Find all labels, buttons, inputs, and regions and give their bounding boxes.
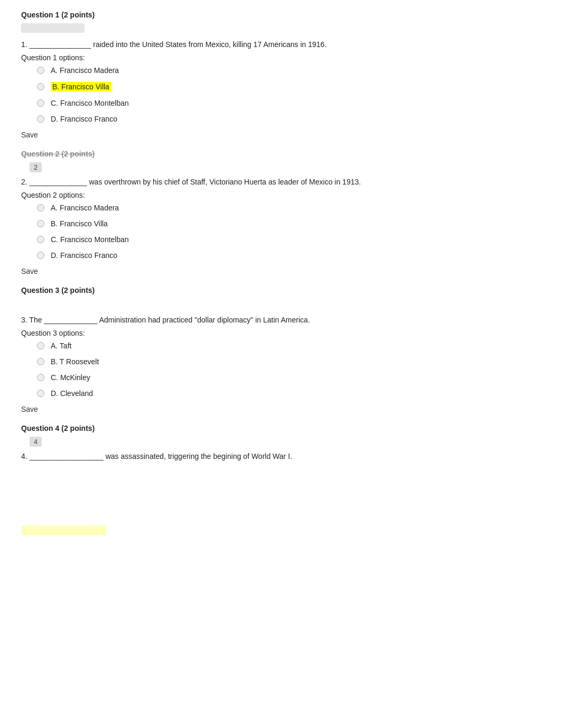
q2-save-button[interactable]: Save: [21, 267, 38, 275]
q2-option-a[interactable]: A. Francisco Madera: [37, 204, 540, 212]
question-2-badge: 2: [30, 162, 42, 172]
q3-option-b[interactable]: B. T Roosevelt: [37, 357, 540, 366]
q3-save-button[interactable]: Save: [21, 405, 38, 413]
q1-question: raided into the United States from Mexic…: [93, 40, 326, 49]
q3-option-a[interactable]: A. Taft: [37, 342, 540, 350]
q3-label-c: C. McKinley: [51, 373, 90, 382]
q3-number: 3.: [21, 316, 27, 324]
q3-option-c[interactable]: C. McKinley: [37, 373, 540, 382]
question-2-text: 2. ______________ was overthrown by his …: [21, 177, 540, 188]
q1-label-b: B. Francisco Villa: [51, 82, 111, 91]
q2-label-d: D. Francisco Franco: [51, 251, 117, 260]
question-3-options: A. Taft B. T Roosevelt C. McKinley D. Cl…: [37, 342, 540, 398]
q2-radio-a[interactable]: [37, 204, 44, 211]
q4-question: was assassinated, triggering the beginin…: [106, 452, 292, 460]
q3-radio-a[interactable]: [37, 342, 44, 349]
q2-label-b: B. Francisco Villa: [51, 219, 108, 228]
q2-option-b[interactable]: B. Francisco Villa: [37, 219, 540, 228]
q1-option-c[interactable]: C. Francisco Montelban: [37, 99, 540, 107]
q3-blank: _____________: [44, 316, 97, 324]
question-1-title: Question 1 (2 points): [21, 11, 540, 19]
q1-blank: _______________: [30, 40, 91, 49]
q2-option-c[interactable]: C. Francisco Montelban: [37, 235, 540, 244]
q2-blank: ______________: [30, 178, 87, 186]
q2-label-a: A. Francisco Madera: [51, 204, 119, 212]
question-3-title: Question 3 (2 points): [21, 286, 540, 294]
q3-option-d[interactable]: D. Cleveland: [37, 389, 540, 398]
question-1-text: 1. _______________ raided into the Unite…: [21, 39, 540, 50]
bottom-highlight-bar: [21, 526, 106, 535]
q4-number: 4.: [21, 452, 27, 460]
q2-option-d[interactable]: D. Francisco Franco: [37, 251, 540, 260]
question-3-block: Question 3 (2 points) 3. The ___________…: [21, 286, 540, 413]
question-1-options-label: Question 1 options:: [21, 53, 540, 62]
question-1-block: Question 1 (2 points) 1. _______________…: [21, 11, 540, 139]
q1-option-d[interactable]: D. Francisco Franco: [37, 115, 540, 123]
q3-radio-b[interactable]: [37, 358, 44, 365]
question-3-options-label: Question 3 options:: [21, 329, 540, 337]
q1-option-a[interactable]: A. Francisco Madera: [37, 66, 540, 75]
q2-question: was overthrown by his chief of Staff, Vi…: [89, 178, 361, 186]
question-4-title: Question 4 (2 points): [21, 424, 540, 432]
question-1-image-bar: [21, 23, 85, 33]
q1-label-a: A. Francisco Madera: [51, 66, 119, 75]
q3-label-b: B. T Roosevelt: [51, 357, 99, 366]
question-2-options: A. Francisco Madera B. Francisco Villa C…: [37, 204, 540, 260]
q4-blank: __________________: [30, 452, 104, 460]
question-3-text: 3. The _____________ Administration had …: [21, 315, 540, 326]
q1-option-b[interactable]: B. Francisco Villa: [37, 82, 540, 91]
q3-radio-c[interactable]: [37, 374, 44, 381]
q2-radio-d[interactable]: [37, 252, 44, 259]
q1-label-c: C. Francisco Montelban: [51, 99, 129, 107]
question-2-title: Question 2 (2 points): [21, 150, 540, 158]
q3-label-d: D. Cleveland: [51, 389, 93, 398]
q3-the-prefix: The: [29, 316, 42, 324]
q2-label-c: C. Francisco Montelban: [51, 235, 129, 244]
question-4-block: Question 4 (2 points) 4 4. _____________…: [21, 424, 540, 462]
q1-radio-c[interactable]: [37, 99, 44, 107]
q2-radio-c[interactable]: [37, 236, 44, 243]
q3-question: Administration had practiced "dollar dip…: [99, 316, 310, 324]
question-2-options-label: Question 2 options:: [21, 191, 540, 199]
q1-radio-a[interactable]: [37, 67, 44, 74]
q2-number: 2.: [21, 178, 27, 186]
question-1-options: A. Francisco Madera B. Francisco Villa C…: [37, 66, 540, 123]
q1-radio-d[interactable]: [37, 115, 44, 123]
q3-radio-d[interactable]: [37, 390, 44, 397]
q1-label-d: D. Francisco Franco: [51, 115, 117, 123]
q1-radio-b[interactable]: [37, 83, 44, 90]
question-2-block: Question 2 (2 points) 2 2. _____________…: [21, 150, 540, 275]
q1-save-button[interactable]: Save: [21, 131, 38, 139]
q1-number: 1.: [21, 40, 27, 49]
q2-radio-b[interactable]: [37, 220, 44, 227]
q3-label-a: A. Taft: [51, 342, 71, 350]
question-4-text: 4. __________________ was assassinated, …: [21, 451, 540, 462]
question-4-badge: 4: [30, 437, 42, 447]
